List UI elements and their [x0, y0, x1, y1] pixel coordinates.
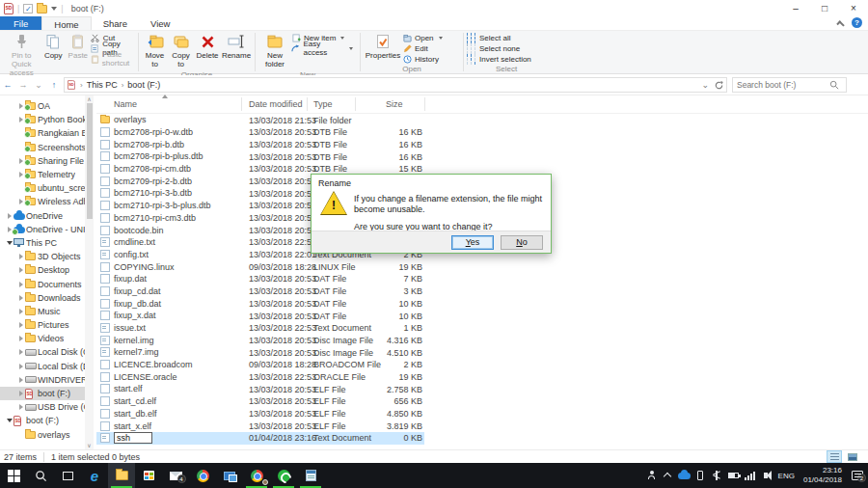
file-row-start-x-elf[interactable]: start_x.elf13/03/2018 20:53ELF File3.819…: [96, 420, 868, 432]
tree-item-music[interactable]: Music: [0, 305, 85, 318]
file-row-fixup-db-dat[interactable]: fixup_db.dat13/03/2018 20:53DAT File10 K…: [96, 297, 868, 310]
tree-item-documents[interactable]: Documents: [0, 277, 85, 290]
new-folder-button[interactable]: New folder: [258, 32, 291, 69]
tree-scrollbar[interactable]: ∧ ∨: [85, 95, 94, 449]
chevron-collapsed-icon[interactable]: [16, 295, 25, 301]
header-size[interactable]: Size: [386, 99, 403, 109]
refresh-icon[interactable]: [714, 80, 724, 91]
header-date-modified[interactable]: Date modified: [249, 99, 303, 109]
taskbar-edge-button[interactable]: e: [81, 463, 108, 488]
breadcrumb-this-pc[interactable]: This PC: [87, 80, 118, 90]
file-row-fixup-cd-dat[interactable]: fixup_cd.dat13/03/2018 20:53DAT File3 KB: [96, 285, 868, 298]
tree-item-pictures[interactable]: Pictures: [0, 318, 85, 332]
chevron-collapsed-icon[interactable]: [16, 254, 25, 259]
chevron-collapsed-icon[interactable]: [16, 349, 25, 355]
customize-qat-dropdown-icon[interactable]: [51, 7, 57, 11]
tree-item-windriver-e-[interactable]: WINDRIVER (E:): [0, 373, 85, 387]
file-row-bcm2708-rpi-b-plus-dtb[interactable]: bcm2708-rpi-b-plus.dtb13/03/2018 20:53DT…: [96, 150, 868, 163]
file-row-license-oracle[interactable]: LICENSE.oracle13/03/2018 22:53ORACLE Fil…: [96, 370, 868, 383]
tree-item-videos[interactable]: Videos: [0, 332, 85, 345]
select-all-button[interactable]: Select all: [467, 33, 546, 42]
file-row-overlays[interactable]: overlays13/03/2018 21:53File folder: [96, 114, 868, 126]
task-view-button[interactable]: [54, 463, 81, 488]
copy-to-button[interactable]: Copy to: [168, 32, 194, 69]
tree-item-onedrive[interactable]: OneDrive: [0, 209, 85, 223]
show-hidden-icons[interactable]: [660, 472, 676, 479]
chevron-expanded-icon[interactable]: [5, 241, 14, 245]
details-view-button[interactable]: [827, 450, 842, 463]
chevron-collapsed-icon[interactable]: [16, 267, 25, 273]
taskbar-mail-button[interactable]: 4: [162, 463, 189, 488]
forward-icon[interactable]: →: [15, 80, 31, 90]
rename-input-box[interactable]: [114, 432, 152, 444]
tree-item-3d-objects[interactable]: 3D Objects: [0, 250, 85, 263]
chevron-collapsed-icon[interactable]: [16, 309, 25, 314]
no-button[interactable]: No: [501, 235, 543, 250]
tab-share[interactable]: Share: [92, 16, 139, 30]
recent-locations-icon[interactable]: ⌄: [31, 80, 46, 90]
tree-item-telemetry[interactable]: Telemetry: [0, 168, 85, 181]
chevron-collapsed-icon[interactable]: [16, 336, 25, 341]
up-icon[interactable]: ↑: [46, 80, 62, 90]
tree-item-boot-f-[interactable]: boot (F:): [0, 414, 85, 427]
file-row-bcm2708-rpi-b-dtb[interactable]: bcm2708-rpi-b.dtb13/03/2018 20:53DTB Fil…: [96, 138, 868, 150]
history-button[interactable]: History: [402, 54, 454, 64]
chevron-collapsed-icon[interactable]: [5, 213, 14, 219]
clock[interactable]: 23:16 01/04/2018: [799, 466, 847, 485]
chevron-collapsed-icon[interactable]: [16, 364, 25, 369]
file-row-start-db-elf[interactable]: start_db.elf13/03/2018 20:53ELF File4.85…: [96, 408, 868, 420]
paste-shortcut-button[interactable]: Paste shortcut: [91, 54, 135, 64]
file-row-start-cd-elf[interactable]: start_cd.elf13/03/2018 20:53ELF File656 …: [96, 395, 868, 408]
tree-item-python-books[interactable]: Python Books: [0, 113, 85, 126]
file-row-kernel-img[interactable]: kernel.img13/03/2018 20:53Disc Image Fil…: [96, 334, 868, 346]
collapse-ribbon-icon[interactable]: [836, 20, 844, 28]
back-icon[interactable]: ←: [0, 80, 15, 90]
taskbar-store-button[interactable]: [135, 463, 162, 488]
rename-input[interactable]: [115, 433, 149, 443]
rename-button[interactable]: Rename: [221, 32, 252, 61]
start-button[interactable]: [0, 463, 27, 488]
tree-item-rangkaian-elektr[interactable]: Rangkaian Elektr: [0, 126, 85, 140]
address-box[interactable]: › This PC › boot (F:) ⌄: [64, 77, 727, 93]
action-center-button[interactable]: 2: [847, 471, 868, 480]
easy-access-button[interactable]: Easy access: [291, 43, 353, 53]
chevron-collapsed-icon[interactable]: [16, 282, 25, 287]
tab-home[interactable]: Home: [41, 16, 91, 30]
file-row-fixup-x-dat[interactable]: fixup_x.dat13/03/2018 20:53DAT File10 KB: [96, 310, 868, 322]
chevron-collapsed-icon[interactable]: [16, 404, 25, 410]
file-row-licence-broadcom[interactable]: LICENCE.broadcom09/03/2018 18:28BROADCOM…: [96, 359, 868, 371]
address-dropdown-icon[interactable]: ⌄: [701, 80, 709, 90]
usb-icon[interactable]: [709, 471, 725, 480]
chevron-collapsed-icon[interactable]: [16, 322, 25, 328]
tree-item-usb-drive-g-[interactable]: USB Drive (G:): [0, 400, 85, 414]
chevron-collapsed-icon[interactable]: [16, 391, 25, 396]
tree-item-downloads[interactable]: Downloads: [0, 291, 85, 305]
taskbar-chrome-button[interactable]: [189, 463, 216, 488]
close-button[interactable]: ×: [839, 0, 868, 16]
volume-icon[interactable]: [758, 473, 774, 478]
tree-item-desktop[interactable]: Desktop: [0, 263, 85, 277]
tree-item-local-disk-d-[interactable]: Local Disk (D:): [0, 360, 85, 373]
network-icon[interactable]: [742, 472, 758, 480]
chevron-collapsed-icon[interactable]: [16, 377, 25, 383]
invert-selection-button[interactable]: Invert selection: [467, 54, 546, 64]
people-icon[interactable]: [643, 472, 660, 479]
tree-item-sharing-file-miea[interactable]: Sharing File MIEA: [0, 154, 85, 168]
tab-file[interactable]: File: [0, 16, 41, 30]
taskbar-chrome-profile-button[interactable]: [243, 463, 270, 488]
file-row-start-elf[interactable]: start.elf13/03/2018 20:53ELF File2.758 K…: [96, 383, 868, 395]
maximize-button[interactable]: □: [810, 0, 839, 16]
tree-item-onedrive-unive[interactable]: OneDrive - UNIVE: [0, 223, 85, 236]
tree-item-this-pc[interactable]: This PC: [0, 236, 85, 250]
tree-item-boot-f-[interactable]: boot (F:): [0, 387, 85, 400]
header-type[interactable]: Type: [313, 99, 333, 109]
tree-item-local-disk-c-[interactable]: Local Disk (C:): [0, 345, 85, 359]
paste-button[interactable]: Paste: [66, 32, 91, 61]
device-icon[interactable]: [692, 471, 709, 480]
header-name[interactable]: Name: [114, 99, 137, 109]
onedrive-tray-icon[interactable]: [676, 473, 692, 479]
pin-to-quick-access-button[interactable]: Pin to Quick access: [2, 32, 41, 79]
search-input[interactable]: [737, 80, 829, 90]
taskbar-remote-desktop-button[interactable]: [216, 463, 243, 488]
file-row-copying-linux[interactable]: COPYING.linux09/03/2018 18:28LINUX File1…: [96, 260, 868, 273]
